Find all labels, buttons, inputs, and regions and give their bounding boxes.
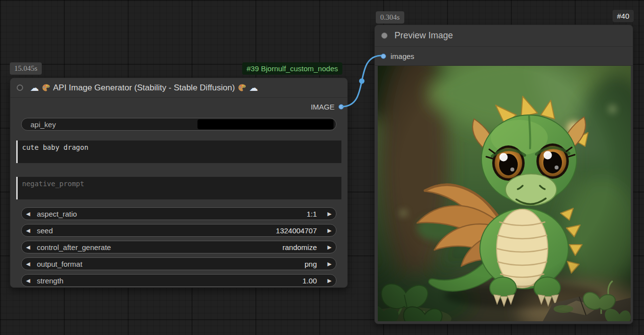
widget-strength[interactable]: ◀ strength 1.00 ▶ [21, 274, 336, 287]
widget-value: randomize [282, 243, 317, 251]
negative-prompt-placeholder: negative_prompt [22, 180, 84, 188]
generator-header[interactable]: ☁ API Image Generator (Stability - Stabl… [10, 78, 347, 98]
graph-canvas[interactable]: 15.045s #39 Bjornulf_custom_nodes 0.304s… [0, 0, 644, 335]
widget-rows: ◀ aspect_ratio 1:1 ▶ ◀ seed 1324004707 ▶… [21, 207, 336, 287]
preview-image [378, 66, 631, 321]
prompt-textarea[interactable]: cute baby dragon [16, 140, 341, 163]
widget-output-format[interactable]: ◀ output_format png ▶ [21, 257, 336, 270]
widget-value: png [305, 260, 317, 268]
node-type-badge-generator: #39 Bjornulf_custom_nodes [242, 62, 342, 75]
widget-value: 1:1 [307, 210, 317, 218]
images-input-port[interactable] [381, 54, 386, 59]
increment-arrow-icon[interactable]: ▶ [322, 228, 332, 233]
increment-arrow-icon[interactable]: ▶ [322, 261, 332, 267]
decrement-arrow-icon[interactable]: ◀ [26, 211, 36, 217]
generated-dragon-image [378, 66, 631, 321]
widget-value: 1324004707 [276, 226, 317, 235]
widget-value: 1.00 [303, 277, 317, 285]
api-key-label: api_key [30, 120, 56, 129]
exec-time-badge-preview: 0.304s [376, 11, 404, 24]
collapse-dot[interactable] [17, 84, 23, 91]
decrement-arrow-icon[interactable]: ◀ [26, 245, 36, 250]
increment-arrow-icon[interactable]: ▶ [322, 278, 332, 283]
preview-title: Preview Image [394, 30, 453, 41]
api-key-masked-value [197, 119, 334, 129]
increment-arrow-icon[interactable]: ▶ [322, 211, 332, 217]
prompt-text: cute baby dragon [22, 143, 88, 151]
widget-control-after-generate[interactable]: ◀ control_after_generate randomize ▶ [21, 241, 336, 253]
negative-prompt-textarea[interactable]: negative_prompt [16, 177, 341, 199]
palette-icon [238, 84, 246, 92]
increment-arrow-icon[interactable]: ▶ [322, 245, 332, 250]
generator-title: ☁ API Image Generator (Stability - Stabl… [30, 83, 258, 93]
palette-icon [42, 84, 50, 92]
cloud-icon: ☁ [249, 84, 258, 92]
preview-header[interactable]: Preview Image [375, 25, 633, 47]
generator-title-text: API Image Generator (Stability - Stable … [53, 83, 235, 93]
widget-label: control_after_generate [37, 243, 111, 251]
image-output-label: IMAGE [311, 103, 335, 111]
widget-label: aspect_ratio [37, 210, 77, 218]
exec-time-badge-generator: 15.045s [10, 62, 42, 75]
output-row-image: IMAGE [10, 101, 347, 113]
widget-label: seed [37, 226, 53, 235]
link-midpoint-dot [359, 79, 364, 84]
collapse-dot[interactable] [381, 32, 388, 39]
decrement-arrow-icon[interactable]: ◀ [26, 278, 36, 283]
decrement-arrow-icon[interactable]: ◀ [26, 261, 36, 267]
widget-label: strength [37, 277, 63, 285]
images-input-row: images [375, 47, 633, 66]
api-key-widget[interactable]: api_key [21, 118, 336, 131]
image-output-port[interactable] [338, 104, 344, 110]
node-api-image-generator[interactable]: ☁ API Image Generator (Stability - Stabl… [10, 78, 348, 288]
images-input-label: images [391, 52, 414, 60]
decrement-arrow-icon[interactable]: ◀ [26, 228, 36, 233]
node-id-badge-preview: #40 [613, 10, 634, 22]
widget-aspect-ratio[interactable]: ◀ aspect_ratio 1:1 ▶ [21, 207, 336, 220]
widget-label: output_format [37, 260, 83, 268]
widget-seed[interactable]: ◀ seed 1324004707 ▶ [21, 224, 336, 237]
node-preview-image[interactable]: Preview Image images [374, 25, 633, 324]
cloud-icon: ☁ [30, 84, 39, 92]
